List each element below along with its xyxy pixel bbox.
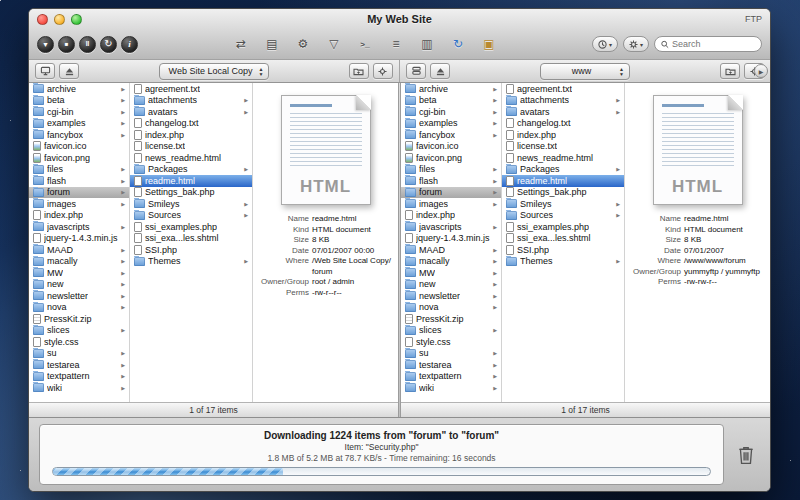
list-item[interactable]: Sources bbox=[130, 210, 252, 222]
list-item[interactable]: favicon.ico bbox=[29, 141, 129, 153]
sync-icon[interactable]: ↻ bbox=[447, 34, 469, 54]
local-action-button[interactable] bbox=[373, 63, 393, 79]
list-item[interactable]: fancybox bbox=[401, 129, 501, 141]
list-item[interactable]: ssi_examples.php bbox=[502, 221, 624, 233]
list-item[interactable]: avatars bbox=[130, 106, 252, 118]
remote-eject-button[interactable] bbox=[430, 63, 450, 79]
list-item[interactable]: changelog.txt bbox=[130, 118, 252, 130]
list-item[interactable]: avatars bbox=[502, 106, 624, 118]
list-item[interactable]: examples bbox=[29, 118, 129, 130]
pause-button[interactable]: ‖ bbox=[79, 36, 96, 53]
local-computer-button[interactable] bbox=[35, 63, 55, 79]
list-item[interactable]: index.php bbox=[29, 210, 129, 222]
list-item[interactable]: fancybox bbox=[29, 129, 129, 141]
compare-icon[interactable]: ▥ bbox=[416, 34, 438, 54]
list-item[interactable]: textpattern bbox=[29, 371, 129, 383]
list-item[interactable]: SSI.php bbox=[130, 244, 252, 256]
list-item[interactable]: Sources bbox=[502, 210, 624, 222]
history-dropdown-button[interactable] bbox=[592, 36, 618, 52]
local-new-folder-button[interactable] bbox=[349, 63, 369, 79]
list-item[interactable]: examples bbox=[401, 118, 501, 130]
list-item[interactable]: new bbox=[29, 279, 129, 291]
list-item[interactable]: images bbox=[29, 198, 129, 210]
package-icon[interactable]: ▣ bbox=[478, 34, 500, 54]
tools-icon[interactable]: ⚙ bbox=[292, 34, 314, 54]
list-item[interactable]: index.php bbox=[130, 129, 252, 141]
edit-document-icon[interactable]: ▤ bbox=[261, 34, 283, 54]
list-item[interactable]: MW bbox=[401, 267, 501, 279]
list-item[interactable]: files bbox=[29, 164, 129, 176]
list-item[interactable]: forum bbox=[29, 187, 129, 199]
remote-path-dropdown[interactable]: www bbox=[540, 63, 630, 80]
list-item[interactable]: newsletter bbox=[401, 290, 501, 302]
terminal-icon[interactable]: >_ bbox=[354, 34, 376, 54]
list-item[interactable]: testarea bbox=[29, 359, 129, 371]
list-item[interactable]: macally bbox=[29, 256, 129, 268]
list-item[interactable]: su bbox=[401, 348, 501, 360]
list-item[interactable]: ssi_exa...les.shtml bbox=[502, 233, 624, 245]
transfer-button[interactable]: ▼ bbox=[37, 36, 54, 53]
list-item[interactable]: Themes bbox=[130, 256, 252, 268]
list-item[interactable]: nova bbox=[401, 302, 501, 314]
list-item[interactable]: ssi_examples.php bbox=[130, 221, 252, 233]
list-item[interactable]: javascripts bbox=[401, 221, 501, 233]
list-item[interactable]: Smileys bbox=[502, 198, 624, 210]
list-item[interactable]: slices bbox=[29, 325, 129, 337]
list-item[interactable]: flash bbox=[29, 175, 129, 187]
list-item[interactable]: beta bbox=[401, 95, 501, 107]
list-item[interactable]: testarea bbox=[401, 359, 501, 371]
mirror-folders-icon[interactable]: ⇄ bbox=[230, 34, 252, 54]
list-item[interactable]: jquery-1.4.3.min.js bbox=[29, 233, 129, 245]
list-item[interactable]: readme.html bbox=[130, 175, 252, 187]
list-item[interactable]: SSI.php bbox=[502, 244, 624, 256]
list-item[interactable]: PressKit.zip bbox=[29, 313, 129, 325]
filter-icon[interactable]: ▽ bbox=[323, 34, 345, 54]
list-item[interactable]: favicon.ico bbox=[401, 141, 501, 153]
info-button[interactable]: i bbox=[121, 36, 138, 53]
list-item[interactable]: nova bbox=[29, 302, 129, 314]
list-item[interactable]: Themes bbox=[502, 256, 624, 268]
list-item[interactable]: index.php bbox=[401, 210, 501, 222]
list-item[interactable]: favicon.png bbox=[29, 152, 129, 164]
list-item[interactable]: images bbox=[401, 198, 501, 210]
list-item[interactable]: favicon.png bbox=[401, 152, 501, 164]
list-item[interactable]: news_readme.html bbox=[130, 152, 252, 164]
list-item[interactable]: index.php bbox=[502, 129, 624, 141]
local-eject-button[interactable] bbox=[59, 63, 79, 79]
list-item[interactable]: wiki bbox=[401, 382, 501, 394]
list-item[interactable]: ssi_exa...les.shtml bbox=[130, 233, 252, 245]
list-item[interactable]: forum bbox=[401, 187, 501, 199]
remote-server-button[interactable] bbox=[406, 63, 426, 79]
list-item[interactable]: new bbox=[401, 279, 501, 291]
list-item[interactable]: slices bbox=[401, 325, 501, 337]
list-item[interactable]: changelog.txt bbox=[502, 118, 624, 130]
list-item[interactable]: jquery-1.4.3.min.js bbox=[401, 233, 501, 245]
list-item[interactable]: Settings_bak.php bbox=[502, 187, 624, 199]
list-item[interactable]: files bbox=[401, 164, 501, 176]
list-item[interactable]: agreement.txt bbox=[130, 83, 252, 95]
list-item[interactable]: style.css bbox=[401, 336, 501, 348]
local-path-dropdown[interactable]: Web Site Local Copy bbox=[159, 63, 270, 80]
list-item[interactable]: javascripts bbox=[29, 221, 129, 233]
list-item[interactable]: license.txt bbox=[130, 141, 252, 153]
list-item[interactable]: Smileys bbox=[130, 198, 252, 210]
list-item[interactable]: macally bbox=[401, 256, 501, 268]
list-item[interactable]: PressKit.zip bbox=[401, 313, 501, 325]
list-item[interactable]: attachments bbox=[130, 95, 252, 107]
list-item[interactable]: Settings_bak.php bbox=[130, 187, 252, 199]
list-item[interactable]: Packages bbox=[502, 164, 624, 176]
refresh-button[interactable]: ↻ bbox=[100, 36, 117, 53]
list-item[interactable]: beta bbox=[29, 95, 129, 107]
tasks-icon[interactable]: ≡ bbox=[385, 34, 407, 54]
list-item[interactable]: MAAD bbox=[401, 244, 501, 256]
list-item[interactable]: style.css bbox=[29, 336, 129, 348]
list-item[interactable]: archive bbox=[401, 83, 501, 95]
drawer-toggle-button[interactable] bbox=[754, 64, 768, 78]
list-item[interactable]: su bbox=[29, 348, 129, 360]
list-item[interactable]: news_readme.html bbox=[502, 152, 624, 164]
list-item[interactable]: Packages bbox=[130, 164, 252, 176]
list-item[interactable]: agreement.txt bbox=[502, 83, 624, 95]
options-dropdown-button[interactable] bbox=[623, 36, 649, 52]
list-item[interactable]: textpattern bbox=[401, 371, 501, 383]
list-item[interactable]: attachments bbox=[502, 95, 624, 107]
